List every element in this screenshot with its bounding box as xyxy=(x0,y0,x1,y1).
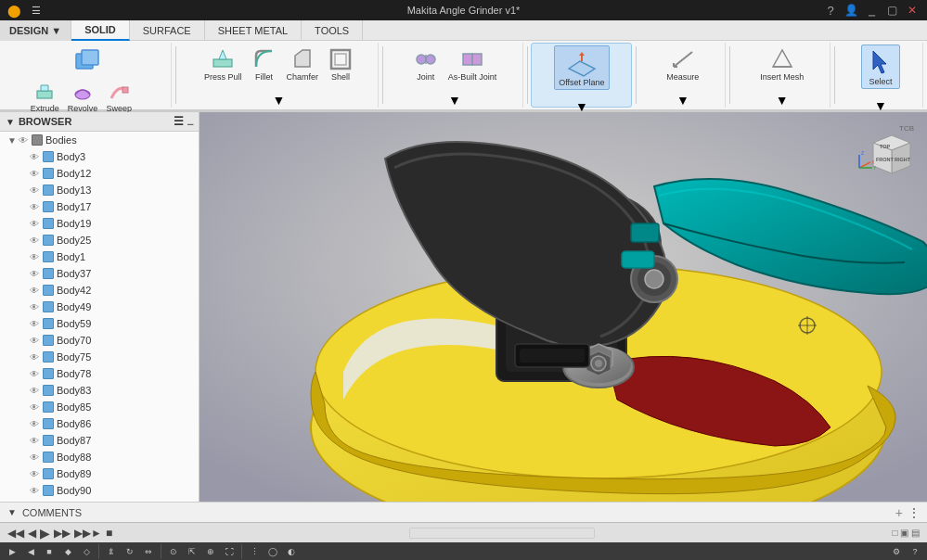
tree-visibility-icon[interactable]: 👁 xyxy=(30,152,43,162)
more-inspect-button[interactable]: ▼ xyxy=(666,85,700,115)
tab-solid[interactable]: SOLID xyxy=(71,20,130,41)
browser-settings-icon[interactable]: ☰ xyxy=(174,115,184,128)
browser-item-body19[interactable]: 👁Body19 xyxy=(0,215,199,232)
tree-visibility-icon[interactable]: 👁 xyxy=(30,169,43,179)
tree-visibility-icon[interactable]: 👁 xyxy=(19,135,32,146)
comments-options-icon[interactable]: ⋮ xyxy=(908,506,920,519)
tree-visibility-icon[interactable]: 👁 xyxy=(30,486,43,496)
shell-button[interactable]: Shell xyxy=(324,45,357,83)
browser-item-body85[interactable]: 👁Body85 xyxy=(0,399,199,415)
tree-visibility-icon[interactable]: 👁 xyxy=(30,352,43,363)
more-assemble-button[interactable]: ▼ xyxy=(438,85,471,115)
browser-item-body83[interactable]: 👁Body83 xyxy=(0,382,199,399)
browser-item-body42[interactable]: 👁Body42 xyxy=(0,282,199,299)
measure-button[interactable]: Measure xyxy=(663,45,702,83)
more-modify-button[interactable]: ▼ xyxy=(263,85,296,115)
bb-btn-5[interactable]: ◇ xyxy=(78,544,95,559)
tree-visibility-icon[interactable]: 👁 xyxy=(30,235,43,246)
bb-grid-icon[interactable]: ⋮ xyxy=(246,544,263,559)
browser-item-body87[interactable]: 👁Body87 xyxy=(0,432,199,449)
tree-visibility-icon[interactable]: 👁 xyxy=(30,436,43,446)
construct-offset-plane-button[interactable]: Offset Plane xyxy=(554,45,609,90)
bb-btn-4[interactable]: ◆ xyxy=(59,544,76,559)
bb-display-icon[interactable]: ◯ xyxy=(264,544,281,559)
browser-item-body12[interactable]: 👁Body12 xyxy=(0,165,199,182)
browser-item-body86[interactable]: 👁Body86 xyxy=(0,415,199,432)
comments-add-icon[interactable]: + xyxy=(895,505,903,520)
tree-visibility-icon[interactable]: 👁 xyxy=(30,369,43,379)
browser-item-body91[interactable]: 👁Body91 xyxy=(0,499,199,502)
minimize-button[interactable]: ⎯ xyxy=(864,3,879,18)
new-component-button[interactable] xyxy=(69,45,106,78)
tab-tools[interactable]: TOOLS xyxy=(302,20,363,41)
tree-visibility-icon[interactable]: 👁 xyxy=(30,469,43,479)
tab-design-dropdown[interactable]: DESIGN ▼ xyxy=(0,20,71,41)
browser-item-body75[interactable]: 👁Body75 xyxy=(0,349,199,365)
browser-item-body3[interactable]: 👁Body3 xyxy=(0,148,199,165)
browser-item-bodies-root[interactable]: ▼👁Bodies xyxy=(0,132,199,148)
browser-item-body49[interactable]: 👁Body49 xyxy=(0,299,199,315)
select-button[interactable]: Select xyxy=(861,45,900,89)
bb-zoom-icon[interactable]: ⊕ xyxy=(202,544,219,559)
tree-visibility-icon[interactable]: 👁 xyxy=(30,402,43,413)
bb-btn-2[interactable]: ◀ xyxy=(22,544,39,559)
maximize-button[interactable]: ▢ xyxy=(884,3,899,18)
as-built-joint-button[interactable]: As-Built Joint xyxy=(444,45,501,83)
bb-view-icon[interactable]: ◐ xyxy=(283,544,300,559)
bb-btn-1[interactable]: ▶ xyxy=(4,544,20,559)
browser-item-body89[interactable]: 👁Body89 xyxy=(0,465,199,482)
timeline-prev-icon[interactable]: ◀ xyxy=(28,527,36,540)
bb-settings-icon[interactable]: ⚙ xyxy=(888,544,905,559)
viewport[interactable]: TCB TOP FRONT RIGHT xyxy=(200,112,927,502)
revolve-button[interactable]: Revolve xyxy=(64,80,102,115)
browser-item-body78[interactable]: 👁Body78 xyxy=(0,365,199,382)
browser-item-body13[interactable]: 👁Body13 xyxy=(0,182,199,198)
tree-expand-icon[interactable]: ▼ xyxy=(7,135,19,146)
browser-expand-icon[interactable]: ▼ xyxy=(6,117,15,127)
viewcube[interactable]: TCB TOP FRONT RIGHT xyxy=(855,120,920,185)
close-button[interactable]: ✕ xyxy=(905,3,920,18)
tree-visibility-icon[interactable]: 👁 xyxy=(30,269,43,279)
bb-pan-icon[interactable]: ⇱ xyxy=(184,544,200,559)
joint-button[interactable]: Joint xyxy=(409,45,443,83)
browser-item-body37[interactable]: 👁Body37 xyxy=(0,265,199,282)
tree-visibility-icon[interactable]: 👁 xyxy=(30,386,43,396)
chamfer-button[interactable]: Chamfer xyxy=(283,45,323,83)
tree-visibility-icon[interactable]: 👁 xyxy=(30,185,43,196)
timeline-end-icon[interactable]: ▶▶► xyxy=(74,527,102,540)
tree-visibility-icon[interactable]: 👁 xyxy=(30,252,43,262)
tree-visibility-icon[interactable]: 👁 xyxy=(30,302,43,312)
browser-item-body25[interactable]: 👁Body25 xyxy=(0,232,199,248)
tab-surface[interactable]: SURFACE xyxy=(130,20,205,41)
browser-item-body59[interactable]: 👁Body59 xyxy=(0,315,199,332)
bb-help-icon[interactable]: ? xyxy=(907,544,923,559)
timeline-next-icon[interactable]: ▶▶ xyxy=(54,527,71,540)
bb-rotate-icon[interactable]: ↻ xyxy=(122,544,138,559)
timeline-play-icon[interactable]: ▶ xyxy=(40,526,50,541)
browser-item-body1[interactable]: 👁Body1 xyxy=(0,248,199,265)
tree-visibility-icon[interactable]: 👁 xyxy=(30,219,43,229)
fillet-button[interactable]: Fillet xyxy=(248,45,281,83)
tree-visibility-icon[interactable]: 👁 xyxy=(30,202,43,212)
timeline-stop-icon[interactable]: ■ xyxy=(106,527,112,540)
tree-visibility-icon[interactable]: 👁 xyxy=(30,286,43,296)
bb-orbit-icon[interactable]: ⊙ xyxy=(165,544,182,559)
browser-item-body90[interactable]: 👁Body90 xyxy=(0,482,199,499)
bb-zoomfit-icon[interactable]: ⛶ xyxy=(221,544,238,559)
app-menu-file[interactable]: ☰ xyxy=(27,4,45,18)
tab-sheet-metal[interactable]: SHEET METAL xyxy=(205,20,302,41)
bb-move-icon[interactable]: ⇭ xyxy=(103,544,120,559)
tree-visibility-icon[interactable]: 👁 xyxy=(30,419,43,429)
more-insert-button[interactable]: ▼ xyxy=(766,85,799,115)
tree-visibility-icon[interactable]: 👁 xyxy=(30,452,43,463)
bb-btn-3[interactable]: ■ xyxy=(41,544,58,559)
tree-visibility-icon[interactable]: 👁 xyxy=(30,319,43,329)
browser-item-body70[interactable]: 👁Body70 xyxy=(0,332,199,349)
timeline-track[interactable] xyxy=(409,528,595,539)
extrude-button[interactable]: Extrude xyxy=(27,80,63,115)
insert-mesh-button[interactable]: Insert Mesh xyxy=(756,45,807,83)
help-button[interactable]: ? xyxy=(823,3,838,18)
bb-scale-icon[interactable]: ⇔ xyxy=(140,544,157,559)
timeline-start-icon[interactable]: ◀◀ xyxy=(7,527,24,540)
account-button[interactable]: 👤 xyxy=(843,3,858,18)
